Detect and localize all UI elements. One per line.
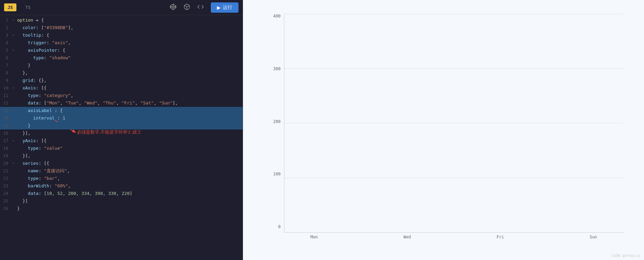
- line-number: 9: [0, 77, 11, 84]
- code-content: }: [16, 205, 243, 212]
- code-content: xAxis: [{: [16, 84, 243, 92]
- editor-toolbar: JS TS: [0, 0, 243, 15]
- code-line: 6 type: "shadow": [0, 54, 243, 62]
- x-label-mon: Mon: [306, 235, 323, 239]
- code-content: color: ["#3398DB"],: [16, 24, 243, 32]
- y-label-400: 400: [273, 14, 281, 18]
- code-content: barWidth: "60%",: [16, 182, 243, 190]
- fold-arrow[interactable]: ▾: [11, 107, 16, 114]
- code-line: 17▾ yAxis: [{: [0, 137, 243, 145]
- editor-panel: JS TS: [0, 0, 243, 260]
- y-label-0: 0: [278, 224, 281, 229]
- watermark: CSDN @kfepiza: [611, 253, 641, 258]
- line-number: 2: [0, 24, 11, 32]
- x-label-wed: Wed: [399, 235, 416, 239]
- box-icon[interactable]: [183, 3, 190, 12]
- line-number: 3: [0, 32, 11, 39]
- y-label-300: 300: [273, 66, 281, 71]
- y-label-200: 200: [273, 119, 281, 124]
- code-content: type: "bar",: [16, 175, 243, 182]
- chart-plot: Mon Wed Fri Sun: [284, 14, 623, 239]
- code-line: 13▾ axisLabel : {: [0, 107, 243, 114]
- code-line: 4 trigger: "axis",: [0, 39, 243, 47]
- line-number: 25: [0, 197, 11, 205]
- fold-arrow[interactable]: ▾: [11, 16, 16, 24]
- fold-arrow[interactable]: ▾: [11, 32, 16, 39]
- code-line: 23 barWidth: "60%",: [0, 182, 243, 190]
- line-number: 1: [0, 16, 11, 24]
- x-label-sun: Sun: [585, 235, 602, 239]
- tab-ts[interactable]: TS: [22, 3, 34, 11]
- code-content: grid: {},: [16, 77, 243, 84]
- fold-arrow[interactable]: ▾: [11, 47, 16, 54]
- x-label-fri: Fri: [492, 235, 509, 239]
- line-number: 22: [0, 175, 11, 182]
- code-line: 26 }: [0, 205, 243, 212]
- code-icon[interactable]: [197, 3, 204, 12]
- line-number: 20: [0, 160, 11, 167]
- code-line: 5▾ axisPointer: {: [0, 47, 243, 54]
- code-line: 2 color: ["#3398DB"],: [0, 24, 243, 32]
- code-content: }: [16, 122, 243, 129]
- code-content: trigger: "axis",: [16, 39, 243, 47]
- code-line: 20▾ series: [{: [0, 160, 243, 167]
- codepen-icon[interactable]: [170, 3, 177, 12]
- fold-arrow[interactable]: ▾: [11, 84, 16, 92]
- line-number: 8: [0, 69, 11, 77]
- line-number: 15: [0, 122, 11, 129]
- chart-panel: 400 300 200 100 0 Mon: [243, 0, 644, 260]
- line-number: 19: [0, 152, 11, 160]
- code-content: axisLabel : {: [16, 107, 243, 114]
- chart-wrapper: 400 300 200 100 0 Mon: [270, 14, 623, 239]
- code-content: type: "value": [16, 145, 243, 152]
- line-number: 6: [0, 54, 11, 62]
- code-line: 19 }],: [0, 152, 243, 160]
- code-content: name: "直接访问",: [16, 167, 243, 175]
- code-line: 9 grid: {},: [0, 77, 243, 84]
- tab-js[interactable]: JS: [4, 3, 16, 11]
- code-line: 11 type: "category",: [0, 92, 243, 99]
- fold-arrow[interactable]: ▾: [11, 160, 16, 167]
- code-content: data: [10, 52, 200, 334, 390, 330, 220]: [16, 190, 243, 197]
- line-number: 10: [0, 84, 11, 92]
- line-number: 17: [0, 137, 11, 145]
- code-content: tooltip: {: [16, 32, 243, 39]
- bars-container: [284, 14, 623, 232]
- run-label: 运行: [223, 4, 232, 11]
- toolbar-icons: ▶ 运行: [170, 2, 239, 13]
- code-content: data: ["Mon", "Tue", "Wed", "Thu", "Fri"…: [16, 99, 243, 107]
- code-content: yAxis: [{: [16, 137, 243, 145]
- code-content: }],: [16, 152, 243, 160]
- line-number: 16: [0, 129, 11, 137]
- line-number: 24: [0, 190, 11, 197]
- fold-arrow[interactable]: ▾: [11, 137, 16, 145]
- x-axis-labels: Mon Wed Fri Sun: [284, 233, 623, 239]
- run-button[interactable]: ▶ 运行: [211, 2, 239, 13]
- code-line: 10▾ xAxis: [{: [0, 84, 243, 92]
- code-line: 8 },: [0, 69, 243, 77]
- code-line: 22 type: "bar",: [0, 175, 243, 182]
- line-number: 18: [0, 145, 11, 152]
- code-line: 7 }: [0, 62, 243, 69]
- code-content: type: "shadow": [16, 54, 243, 62]
- code-line: 1▾option = {: [0, 16, 243, 24]
- code-content: series: [{: [16, 160, 243, 167]
- line-number: 21: [0, 167, 11, 175]
- code-content: }: [16, 62, 243, 69]
- line-number: 13: [0, 107, 11, 114]
- code-content: type: "category",: [16, 92, 243, 99]
- line-number: 4: [0, 39, 11, 47]
- line-number: 14: [0, 114, 11, 122]
- line-number: 23: [0, 182, 11, 190]
- chart-area: 400 300 200 100 0 Mon: [270, 14, 623, 239]
- code-line: 15 }: [0, 122, 243, 129]
- line-number: 12: [0, 99, 11, 107]
- code-line: 21 name: "直接访问",: [0, 167, 243, 175]
- line-number: 5: [0, 47, 11, 54]
- code-area[interactable]: 1▾option = {2 color: ["#3398DB"],3▾ tool…: [0, 15, 243, 260]
- code-content: option = {: [16, 16, 243, 24]
- code-content: axisPointer: {: [16, 47, 243, 54]
- y-label-100: 100: [273, 172, 281, 176]
- code-line: 25 }]: [0, 197, 243, 205]
- line-number: 26: [0, 205, 11, 212]
